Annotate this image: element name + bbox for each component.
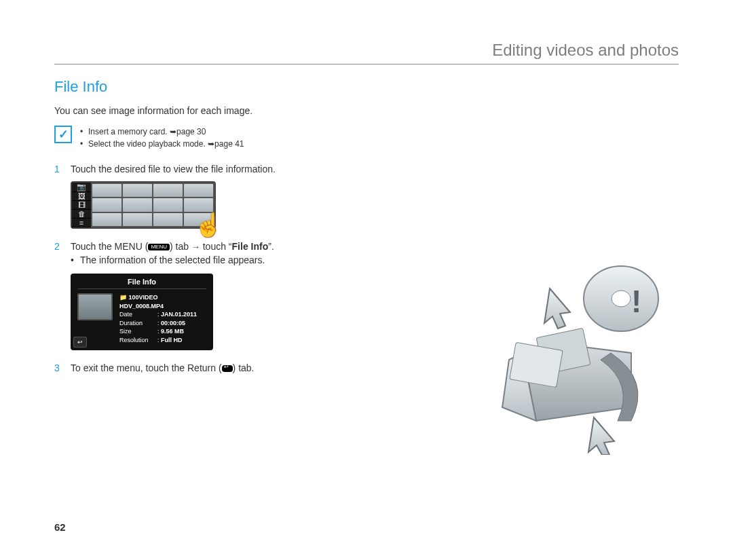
thumbnail-sidebar: 📷 🖼 🎞 🗑 ≡ — [72, 183, 91, 227]
manual-page: Editing videos and photos File Info You … — [0, 0, 733, 560]
thumbnail — [92, 213, 121, 226]
arrow-right-icon: → — [191, 242, 200, 252]
menu-pill-icon: MENU — [148, 244, 170, 250]
svg-rect-4 — [510, 342, 563, 387]
film-icon: 🎞 — [72, 201, 91, 210]
thumbnail-grid — [91, 183, 214, 227]
thumbnail — [153, 184, 183, 197]
step-1: 1 Touch the desired file to view the fil… — [54, 164, 679, 229]
thumbnail — [184, 213, 213, 226]
file-info-screenshot: File Info 📁 100VIDEO HDV_0008.MP4 Date: … — [71, 274, 213, 350]
step-number: 2 — [54, 241, 60, 252]
meta-key: Date — [119, 310, 157, 319]
thumbnail — [123, 213, 152, 226]
step-number: 3 — [54, 362, 60, 373]
step-text-part: touch “ — [200, 241, 232, 252]
note-item: Select the video playback mode. ➥page 41 — [80, 138, 244, 150]
thumbnail-grid-screenshot: 📷 🖼 🎞 🗑 ≡ — [71, 181, 216, 229]
thumbnail — [92, 198, 121, 211]
trash-icon: 🗑 — [72, 210, 91, 219]
step-text-part: ”. — [268, 241, 274, 252]
file-info-body: 📁 100VIDEO HDV_0008.MP4 Date: JAN.01.201… — [77, 293, 206, 345]
meta-val: Full HD — [161, 337, 183, 343]
svg-point-1 — [612, 291, 631, 307]
meta-key: Resolution — [119, 336, 157, 345]
folder-cursor-art-icon: ! — [475, 251, 679, 455]
folder-icon: 📁 — [119, 294, 127, 301]
svg-text:!: ! — [631, 284, 641, 319]
thumbnail — [123, 198, 152, 211]
decorative-illustration: ! — [475, 251, 679, 455]
step-text-part: ) tab — [170, 241, 191, 252]
camera-icon: 📷 — [72, 183, 91, 192]
menu-icon: ≡ — [72, 219, 91, 227]
return-icon: ↩ — [73, 337, 87, 348]
step-text-part: ) tab. — [233, 362, 255, 373]
step-number: 1 — [54, 164, 60, 174]
step-bold: File Info — [232, 241, 269, 252]
section-intro: You can see image information for each i… — [54, 105, 679, 116]
meta-val: 9.56 MB — [161, 328, 184, 335]
page-number: 62 — [54, 521, 66, 533]
check-icon: ✓ — [54, 126, 72, 143]
meta-val: JAN.01.2011 — [161, 311, 197, 318]
note-block: ✓ Insert a memory card. ➥page 30 Select … — [54, 126, 679, 150]
step-text-part: Touch the MENU ( — [71, 241, 148, 252]
thumbnail — [184, 184, 213, 197]
meta-val: 00:00:05 — [161, 320, 185, 326]
step-text-part: To exit the menu, touch the Return ( — [71, 362, 222, 373]
step-text: Touch the desired file to view the file … — [71, 164, 276, 174]
file-info-folder: 100VIDEO — [129, 294, 158, 301]
file-info-thumb — [77, 293, 113, 320]
file-info-panel-title: File Info — [77, 278, 206, 289]
meta-key: Size — [119, 327, 157, 336]
thumbnail — [153, 213, 183, 226]
thumbnail — [184, 198, 213, 211]
thumbnail — [153, 198, 183, 211]
note-item: Insert a memory card. ➥page 30 — [80, 126, 244, 138]
page-title: Editing videos and photos — [54, 41, 679, 64]
file-info-filename: HDV_0008.MP4 — [119, 303, 164, 310]
meta-key: Duration — [119, 319, 157, 328]
note-list: Insert a memory card. ➥page 30 Select th… — [80, 126, 244, 150]
thumbnail — [123, 184, 152, 197]
thumbnail — [92, 184, 121, 197]
section-heading: File Info — [54, 78, 679, 96]
file-info-meta: 📁 100VIDEO HDV_0008.MP4 Date: JAN.01.201… — [119, 293, 197, 345]
return-pill-icon — [222, 365, 233, 372]
photo-icon: 🖼 — [72, 192, 91, 201]
